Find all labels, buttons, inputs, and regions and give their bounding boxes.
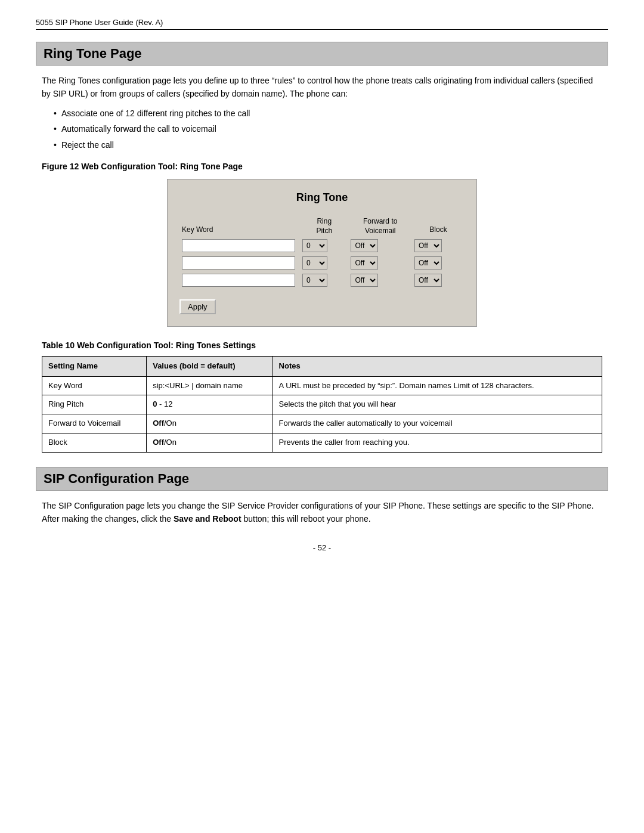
forward-select-2[interactable]: OffOn: [351, 256, 378, 270]
col-header-keyword: Key Word: [179, 216, 300, 237]
block-cell-1: OffOn: [412, 237, 465, 254]
block-rest: /On: [164, 438, 177, 447]
setting-notes-block: Prevents the caller from reaching you.: [273, 433, 602, 452]
pitch-cell-1: 0123 4567 89101112: [300, 237, 348, 254]
settings-row-pitch: Ring Pitch 0 - 12 Selects the pitch that…: [42, 395, 602, 414]
block-select-1[interactable]: OffOn: [414, 239, 442, 252]
setting-values-pitch: 0 - 12: [147, 395, 273, 414]
keyword-input-2[interactable]: [182, 256, 295, 270]
ring-tone-section: Ring Tone Page The Ring Tones configurat…: [36, 42, 608, 453]
page-wrapper: 5055 SIP Phone User Guide (Rev. A) Ring …: [0, 0, 644, 588]
block-select-3[interactable]: OffOn: [414, 274, 442, 287]
settings-col-name: Setting Name: [42, 356, 147, 376]
setting-name-forward: Forward to Voicemail: [42, 414, 147, 433]
settings-table: Setting Name Values (bold = default) Not…: [42, 356, 602, 453]
sip-desc-bold: Save and Reboot: [174, 514, 242, 524]
pitch-rest: - 12: [157, 400, 172, 408]
settings-row-block: Block Off/On Prevents the caller from re…: [42, 433, 602, 452]
ring-tone-body: The Ring Tones configuration page lets y…: [42, 74, 602, 453]
ring-tone-heading: Ring Tone Page: [36, 42, 608, 66]
header-text: 5055 SIP Phone User Guide (Rev. A): [36, 18, 163, 27]
bullet-2: Automatically forward the call to voicem…: [54, 122, 602, 135]
settings-col-values: Values (bold = default): [147, 356, 273, 376]
settings-row-keyword: Key Word sip:<URL> | domain name A URL m…: [42, 376, 602, 395]
setting-notes-keyword: A URL must be preceded by “sip:”. Domain…: [273, 376, 602, 395]
header: 5055 SIP Phone User Guide (Rev. A): [36, 18, 608, 30]
pitch-select-2[interactable]: 0123 4567 89101112: [302, 256, 327, 270]
bullet-1: Associate one of 12 different ring pitch…: [54, 107, 602, 120]
ringtone-ui: Ring Tone Key Word Ring Pitch: [167, 179, 477, 327]
table-caption: Table 10 Web Configuration Tool: Ring To…: [42, 339, 602, 352]
apply-button[interactable]: Apply: [179, 299, 216, 314]
ring-tone-description: The Ring Tones configuration page lets y…: [42, 74, 602, 101]
ringtone-ui-title: Ring Tone: [179, 189, 465, 206]
settings-row-forward: Forward to Voicemail Off/On Forwards the…: [42, 414, 602, 433]
forward-cell-3: OffOn: [348, 271, 412, 289]
page-footer: - 52 -: [36, 543, 608, 552]
sip-config-section: SIP Configuration Page The SIP Configura…: [36, 467, 608, 526]
ringtone-row-3: 0123 4567 89101112 OffOn: [179, 271, 465, 289]
pitch-cell-3: 0123 4567 89101112: [300, 271, 348, 289]
settings-col-notes: Notes: [273, 356, 602, 376]
col-header-block: Block: [412, 216, 465, 237]
setting-values-forward: Off/On: [147, 414, 273, 433]
pitch-cell-2: 0123 4567 89101112: [300, 254, 348, 271]
forward-select-3[interactable]: OffOn: [351, 274, 378, 287]
page-number: - 52 -: [313, 543, 331, 552]
block-bold: Off: [153, 438, 164, 447]
forward-cell-2: OffOn: [348, 254, 412, 271]
sip-config-heading: SIP Configuration Page: [36, 467, 608, 491]
pitch-select-3[interactable]: 0123 4567 89101112: [302, 274, 327, 287]
forward-select-1[interactable]: OffOn: [351, 239, 378, 252]
sip-config-description: The SIP Configuration page lets you chan…: [42, 499, 602, 526]
setting-notes-pitch: Selects the pitch that you will hear: [273, 395, 602, 414]
bullet-3: Reject the call: [54, 138, 602, 151]
ringtone-config-table: Key Word Ring Pitch Forward to: [179, 216, 465, 289]
keyword-input-1[interactable]: [182, 239, 295, 252]
setting-values-block: Off/On: [147, 433, 273, 452]
keyword-input-3[interactable]: [182, 274, 295, 287]
forward-rest: /On: [164, 419, 177, 428]
sip-config-body: The SIP Configuration page lets you chan…: [42, 499, 602, 526]
ringtone-row-1: 0123 4567 89101112 OffOn: [179, 237, 465, 254]
forward-cell-1: OffOn: [348, 237, 412, 254]
ringtone-row-2: 0123 4567 89101112 OffOn: [179, 254, 465, 271]
setting-name-pitch: Ring Pitch: [42, 395, 147, 414]
pitch-select-1[interactable]: 0123 4567 89101112: [302, 239, 327, 252]
block-select-2[interactable]: OffOn: [414, 256, 442, 270]
col-header-forward: Forward to Voicemail: [348, 216, 412, 237]
block-cell-2: OffOn: [412, 254, 465, 271]
col-header-ring-pitch: Ring Pitch: [300, 216, 348, 237]
forward-bold: Off: [153, 419, 164, 428]
figure-caption: Figure 12 Web Configuration Tool: Ring T…: [42, 160, 602, 173]
keyword-cell-2: [179, 254, 300, 271]
setting-name-keyword: Key Word: [42, 376, 147, 395]
keyword-cell-3: [179, 271, 300, 289]
block-cell-3: OffOn: [412, 271, 465, 289]
setting-notes-forward: Forwards the caller automatically to you…: [273, 414, 602, 433]
setting-name-block: Block: [42, 433, 147, 452]
ring-tone-bullets: Associate one of 12 different ring pitch…: [54, 107, 602, 151]
sip-desc-2: button; this will reboot your phone.: [242, 514, 371, 524]
keyword-cell-1: [179, 237, 300, 254]
setting-values-keyword: sip:<URL> | domain name: [147, 376, 273, 395]
